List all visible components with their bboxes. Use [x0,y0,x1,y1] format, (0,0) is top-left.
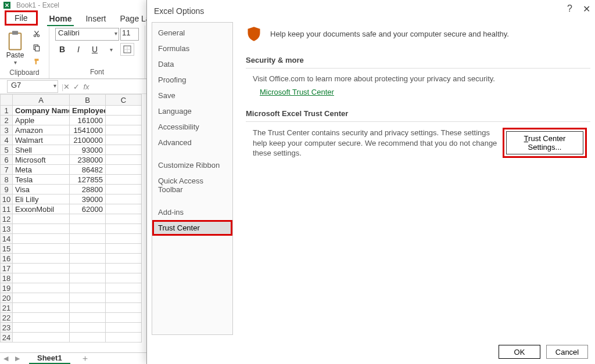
tab-home[interactable]: Home [42,12,79,26]
ok-button[interactable]: OK [499,345,540,359]
cell[interactable] [106,106,142,116]
cell[interactable] [106,333,142,343]
underline-drop-icon[interactable]: ▾ [104,43,118,56]
cell[interactable] [70,333,106,343]
row-header[interactable]: 2 [0,116,13,125]
cell[interactable] [106,116,142,125]
fx-button[interactable]: fx [83,82,89,91]
name-box[interactable]: G7▾ [7,80,58,93]
italic-button[interactable]: I [71,43,85,56]
options-category-save[interactable]: Save [152,88,232,103]
cell[interactable]: 28800 [70,185,106,194]
cell[interactable] [13,273,70,283]
sheet-nav-prev[interactable]: ◀ [0,355,12,362]
row-header[interactable]: 24 [0,333,13,343]
cell[interactable] [106,234,142,244]
cell[interactable] [13,293,70,303]
cell[interactable] [106,194,142,204]
cell[interactable] [106,155,142,165]
options-category-data[interactable]: Data [152,56,232,72]
cell[interactable]: Visa [13,185,70,194]
cell[interactable] [13,224,70,234]
cell[interactable]: 1541000 [70,125,106,135]
cell[interactable]: Walmart [13,135,70,145]
cell[interactable] [13,323,70,333]
cell[interactable] [106,323,142,333]
options-category-formulas[interactable]: Formulas [152,41,232,56]
cell[interactable] [13,234,70,244]
cell[interactable] [106,264,142,273]
column-header-A[interactable]: A [13,94,70,106]
row-header[interactable]: 1 [0,106,13,116]
tab-file[interactable]: File [5,10,38,26]
row-header[interactable]: 5 [0,145,13,155]
cell[interactable]: Employees [70,106,106,116]
options-category-customize-ribbon[interactable]: Customize Ribbon [152,157,232,173]
row-header[interactable]: 4 [0,135,13,145]
cell[interactable] [13,303,70,313]
row-header[interactable]: 15 [0,244,13,254]
cell[interactable]: ExxonMobil [13,204,70,214]
options-category-proofing[interactable]: Proofing [152,72,232,88]
cell[interactable] [70,293,106,303]
cell[interactable] [70,214,106,224]
options-category-trust-center[interactable]: Trust Center [152,220,232,236]
cell[interactable] [106,283,142,293]
sheet-tab[interactable]: Sheet1 [29,353,70,364]
bold-button[interactable]: B [55,43,69,56]
cell[interactable] [70,234,106,244]
select-all-corner[interactable] [0,94,13,106]
cell[interactable]: Shell [13,145,70,155]
format-painter-button[interactable] [30,56,43,67]
cell[interactable] [13,214,70,224]
cell[interactable]: Tesla [13,175,70,185]
cell[interactable] [70,323,106,333]
row-header[interactable]: 10 [0,194,13,204]
row-header[interactable]: 19 [0,283,13,293]
cell[interactable]: Microsoft [13,155,70,165]
cell[interactable] [106,273,142,283]
cell[interactable]: 161000 [70,116,106,125]
close-button[interactable]: ✕ [583,3,590,15]
row-header[interactable]: 3 [0,125,13,135]
cell[interactable] [106,185,142,194]
options-category-accessibility[interactable]: Accessibility [152,119,232,135]
cell[interactable] [70,264,106,273]
row-header[interactable]: 22 [0,313,13,323]
column-header-C[interactable]: C [106,94,142,106]
row-header[interactable]: 21 [0,303,13,313]
sheet-nav-next[interactable]: ▶ [12,355,23,362]
row-header[interactable]: 11 [0,204,13,214]
column-header-B[interactable]: B [70,94,106,106]
row-header[interactable]: 12 [0,214,13,224]
cell[interactable] [106,303,142,313]
cell[interactable]: 86482 [70,165,106,175]
cancel-button[interactable]: Cancel [546,345,588,359]
trust-center-settings-button[interactable]: Trust Center Settings... [506,131,583,154]
cell[interactable] [106,204,142,214]
cell[interactable] [13,244,70,254]
copy-button[interactable] [30,42,43,53]
cell[interactable] [106,135,142,145]
row-header[interactable]: 13 [0,224,13,234]
font-name-combo[interactable]: Calibri▾ [55,28,119,41]
cell[interactable] [70,224,106,234]
row-header[interactable]: 23 [0,323,13,333]
cell[interactable]: Company Name [13,106,70,116]
font-size-combo[interactable]: 11 [120,28,139,41]
trust-center-link[interactable]: Microsoft Trust Center [260,88,334,96]
row-header[interactable]: 18 [0,273,13,283]
accept-edit-icon[interactable]: ✓ [73,82,80,91]
cell[interactable] [106,145,142,155]
tab-insert[interactable]: Insert [78,12,113,26]
cell[interactable] [106,293,142,303]
paste-button[interactable]: Paste ▾ [6,30,24,66]
cell[interactable]: Amazon [13,125,70,135]
row-header[interactable]: 14 [0,234,13,244]
cell[interactable] [13,254,70,264]
cell[interactable]: 238000 [70,155,106,165]
cell[interactable] [70,273,106,283]
paste-dropdown-icon[interactable]: ▾ [14,59,17,66]
cell[interactable] [70,254,106,264]
underline-button[interactable]: U [88,43,102,56]
